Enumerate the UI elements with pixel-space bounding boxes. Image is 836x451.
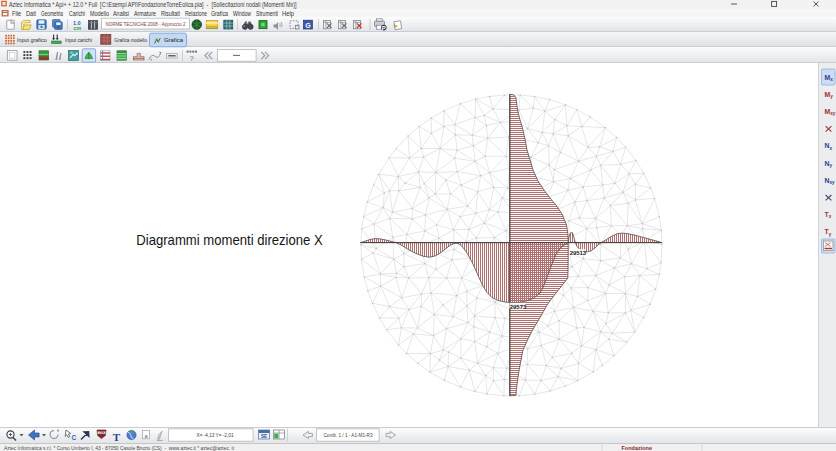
svg-text:29513: 29513 [570, 250, 587, 256]
svg-text:29573: 29573 [510, 304, 527, 310]
svg-text:Diagrammi momenti direzione X: Diagrammi momenti direzione X [136, 232, 323, 248]
